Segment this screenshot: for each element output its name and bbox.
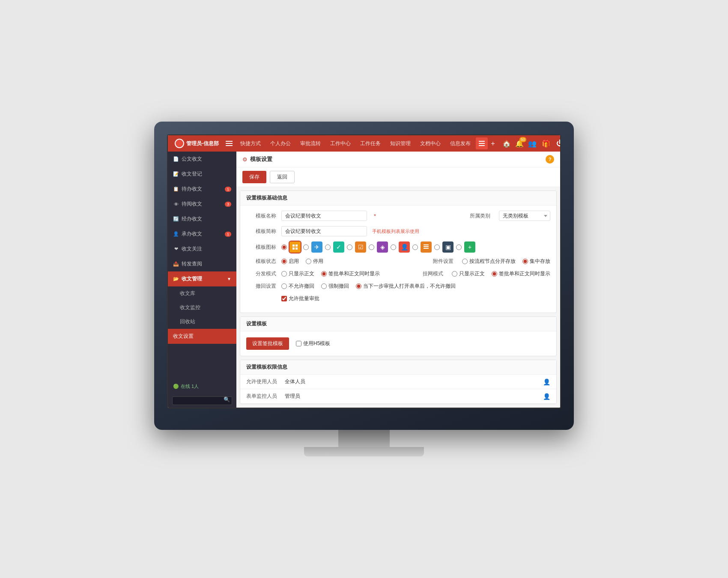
icon-teal[interactable]: ✓ xyxy=(333,241,344,253)
sidebar-item-库[interactable]: 收文库 xyxy=(168,286,236,301)
allow-batch-checkbox[interactable]: 允许批量审批 xyxy=(281,295,319,302)
sidebar-search-input[interactable] xyxy=(172,396,232,405)
set-sign-template-button[interactable]: 设置签批模板 xyxy=(246,337,289,350)
icon-radio-8[interactable] xyxy=(456,244,462,250)
sidebar-item-设置[interactable]: 收文设置 xyxy=(168,329,236,344)
icon-dark[interactable]: ▣ xyxy=(442,241,454,253)
power-icon[interactable]: ⏻ xyxy=(555,138,561,149)
hang-both[interactable]: 签批单和正文同时显示 xyxy=(492,270,550,277)
svg-rect-3 xyxy=(295,247,298,250)
sidebar-label-read: 待阅收文 xyxy=(182,200,202,208)
monitor-stand-neck xyxy=(338,430,390,447)
attachment-label: 附件设置 xyxy=(433,258,454,265)
help-icon[interactable]: ? xyxy=(546,155,554,164)
icon-red[interactable]: 👤 xyxy=(399,241,410,253)
form-row-batch: 允许批量审批 xyxy=(246,295,550,302)
icon-radio-1[interactable] xyxy=(303,244,309,250)
add-icon[interactable]: ＋ xyxy=(488,138,498,149)
sidebar-item-监控[interactable]: 收文监控 xyxy=(168,301,236,315)
icon-grid: ✈ ✓ ☑ ◈ 👤 xyxy=(281,241,475,253)
template-section-title: 设置模板 xyxy=(240,317,556,331)
perm-users-label: 允许使用人员 xyxy=(246,378,280,385)
icon-radio-4[interactable] xyxy=(369,244,374,250)
sidebar-label-承办: 承办收文 xyxy=(182,230,202,238)
sidebar-item-receive-log[interactable]: 📝 收文登记 xyxy=(168,167,236,182)
sidebar-online: 🟢 在线 1人 xyxy=(168,379,236,394)
icon-blue[interactable]: ✈ xyxy=(311,241,322,253)
nav-personal[interactable]: 个人办公 xyxy=(266,135,295,152)
sidebar-item-pending-process[interactable]: 📋 待办收文 1 xyxy=(168,182,236,197)
svg-rect-2 xyxy=(292,247,295,250)
use-h5-checkbox[interactable]: 使用H5模板 xyxy=(296,340,330,347)
svg-rect-4 xyxy=(424,246,429,247)
short-name-input[interactable] xyxy=(281,226,367,236)
sidebar-item-forward[interactable]: 📤 转发查阅 xyxy=(168,256,236,271)
recall-no[interactable]: 不允许撤回 xyxy=(281,283,314,290)
perm-users-icon[interactable]: 👤 xyxy=(543,378,550,385)
icon-add[interactable]: + xyxy=(464,241,475,253)
icon-orange1[interactable]: ☑ xyxy=(355,241,366,253)
screen-bezel: 管理员-信息部 快捷方式 个人办公 审批流转 工作中心 工作任务 知识管理 文档… xyxy=(154,122,574,430)
icon-yellow[interactable] xyxy=(289,241,301,253)
svg-rect-6 xyxy=(424,244,429,245)
sidebar-icon-forward: 📤 xyxy=(173,261,179,267)
sidebar-sub-label-回收站: 回收站 xyxy=(180,319,195,325)
icon-purple1[interactable]: ◈ xyxy=(377,241,388,253)
icon-radio-6[interactable] xyxy=(412,244,418,250)
toolbar: 保存 返回 xyxy=(236,167,560,187)
icon-label: 模板图标 xyxy=(246,244,276,251)
icon-radio-3[interactable] xyxy=(347,244,352,250)
recall-label: 撤回设置 xyxy=(246,283,276,290)
sidebar-label-pending: 待办收文 xyxy=(182,185,202,193)
template-name-input[interactable] xyxy=(281,211,367,221)
nav-shortcuts[interactable]: 快捷方式 xyxy=(236,135,265,152)
sidebar-label-official: 公文收文 xyxy=(182,155,202,163)
menu-expand-icon[interactable] xyxy=(226,137,233,149)
home-icon[interactable]: 🏠 xyxy=(501,138,512,149)
hang-only-main[interactable]: 只显示正文 xyxy=(452,270,485,277)
sidebar-item-processed[interactable]: 🔄 经办收文 xyxy=(168,212,236,226)
status-disable[interactable]: 停用 xyxy=(306,258,323,265)
icon-radio-2[interactable] xyxy=(325,244,331,250)
nav-knowledge[interactable]: 知识管理 xyxy=(386,135,415,152)
nav-info[interactable]: 信息发布 xyxy=(446,135,475,152)
category-select[interactable]: 无类别模板 xyxy=(499,211,550,221)
recall-conditional[interactable]: 当下一步审批人打开表单后，不允许撤回 xyxy=(356,283,456,290)
basic-info-section: 设置模板基础信息 模板名称 * 所属类别 无类别模板 xyxy=(240,191,557,313)
nav-hamburger[interactable] xyxy=(476,137,488,149)
back-button[interactable]: 返回 xyxy=(270,171,295,183)
gift-icon[interactable]: 🎁 xyxy=(541,138,551,149)
dist-only-main[interactable]: 只显示正文 xyxy=(281,270,314,277)
sidebar-label-starred: 收文关注 xyxy=(182,245,202,253)
notification-icon[interactable]: 🔔 50 xyxy=(515,140,524,148)
sidebar-item-official-inbox[interactable]: 📄 公文收文 xyxy=(168,152,236,167)
icon-radio-7[interactable] xyxy=(434,244,440,250)
sidebar-item-manage[interactable]: 📂 收文管理 ▼ xyxy=(168,271,236,286)
save-button[interactable]: 保存 xyxy=(242,171,266,183)
attach-split[interactable]: 按流程节点分开存放 xyxy=(462,258,516,265)
distribute-radio-group: 只显示正文 签批单和正文同时显示 xyxy=(281,270,380,277)
sidebar-icon-承办: 👤 xyxy=(173,231,179,237)
icon-radio-0[interactable] xyxy=(281,244,287,250)
status-enable[interactable]: 启用 xyxy=(281,258,299,265)
perm-monitor-icon[interactable]: 👤 xyxy=(543,393,550,400)
sidebar-item-承办[interactable]: 👤 承办收文 1 xyxy=(168,226,236,241)
nav-workcenter[interactable]: 工作中心 xyxy=(326,135,355,152)
dist-both[interactable]: 签批单和正文同时显示 xyxy=(321,270,380,277)
use-h5-check-input[interactable] xyxy=(296,341,301,346)
sidebar-item-回收站[interactable]: 回收站 xyxy=(168,315,236,329)
recall-force[interactable]: 强制撤回 xyxy=(321,283,349,290)
form-row-icon: 模板图标 ✈ ✓ xyxy=(246,241,550,253)
sidebar-item-pending-read[interactable]: 👁 待阅收文 3 xyxy=(168,197,236,212)
nav-tasks[interactable]: 工作任务 xyxy=(356,135,385,152)
batch-check-input[interactable] xyxy=(281,296,287,301)
nav-approve[interactable]: 审批流转 xyxy=(296,135,325,152)
nav-docs[interactable]: 文档中心 xyxy=(416,135,445,152)
header-gear-icon: ⚙ xyxy=(242,156,248,163)
sidebar-label-forward: 转发查阅 xyxy=(182,260,202,268)
icon-radio-5[interactable] xyxy=(391,244,396,250)
attach-central[interactable]: 集中存放 xyxy=(522,258,550,265)
users-icon[interactable]: 👥 xyxy=(527,138,537,149)
sidebar-item-starred[interactable]: ❤ 收文关注 xyxy=(168,241,236,256)
icon-orange2[interactable] xyxy=(421,241,432,253)
